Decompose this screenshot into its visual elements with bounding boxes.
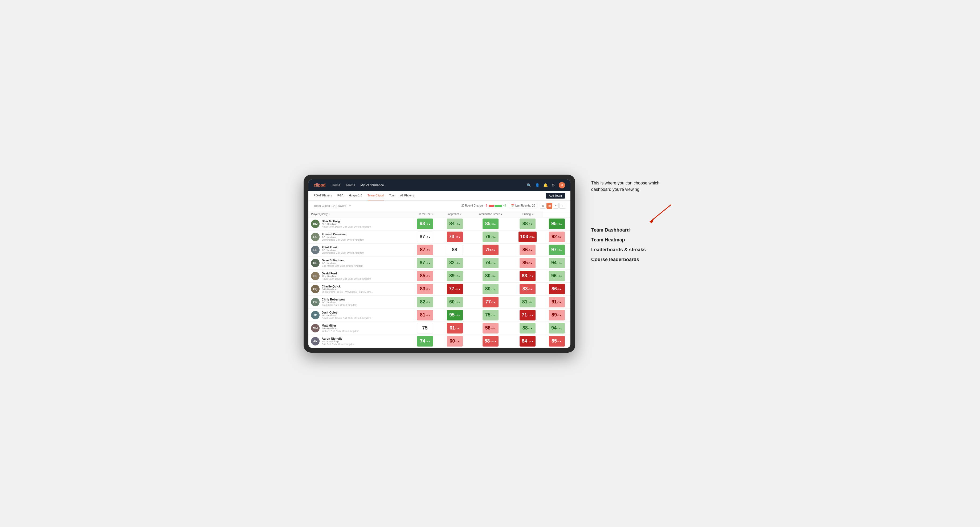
player-handicap: 1-5 Handicap	[322, 301, 357, 304]
player-club: Royal North Devon Golf Club, United King…	[322, 317, 371, 319]
score-box: 94 +1▲	[549, 258, 565, 268]
score-box: 95 +9▲	[549, 219, 565, 229]
tab-all-players[interactable]: All Players	[400, 191, 414, 200]
player-cell[interactable]: DB Dave Billingham 1-5 Handicap Gog Mago…	[309, 256, 410, 269]
player-cell[interactable]: DF David Ford Plus Handicap Royal North …	[309, 269, 410, 283]
score-change: -3▼	[492, 249, 496, 252]
score-box: 87 -3▼	[417, 244, 433, 255]
score-value: 61	[450, 325, 455, 331]
score-value: 91	[552, 299, 557, 305]
player-cell[interactable]: JC Josh Coles 1-5 Handicap Royal North D…	[309, 308, 410, 322]
nav-my-performance[interactable]: My Performance	[360, 183, 384, 187]
tab-hcaps[interactable]: Hcaps 1-5	[349, 191, 362, 200]
score-value: 82	[449, 260, 455, 266]
bell-icon[interactable]: 🔔	[543, 183, 548, 187]
score-value: 74	[420, 338, 425, 344]
score-change: +4▲	[491, 327, 496, 330]
user-avatar[interactable]: U	[559, 182, 565, 189]
player-cell[interactable]: CQ Charlie Quick 6-10 Handicap St. Georg…	[309, 283, 410, 295]
player-handicap: Plus Handicap	[322, 275, 371, 278]
score-value: 75	[485, 312, 490, 318]
player-cell[interactable]: MM Matt Miller 6-10 Handicap Woburn Golf…	[309, 322, 410, 335]
score-around_green: 71 -11▼	[512, 308, 543, 322]
grid-view-icon[interactable]: ⊞	[540, 203, 546, 209]
score-putting: 94 +3▲	[543, 322, 570, 335]
score-box: 103 +15▲	[519, 232, 536, 242]
table-row: EE Elliot Ebert 1-5 Handicap Sunningdale…	[309, 243, 570, 256]
search-icon[interactable]: 🔍	[527, 183, 531, 187]
team-name: Team Clippd | 14 Players	[314, 204, 346, 207]
score-approach: 80 +1▲	[469, 283, 512, 295]
player-name: Elliot Ebert	[322, 246, 364, 249]
score-putting: 86 -8▼	[543, 283, 570, 295]
score-value: 73	[449, 234, 454, 240]
player-cell[interactable]: EE Elliot Ebert 1-5 Handicap Sunningdale…	[309, 243, 410, 256]
player-info: Edward Crossman 1-5 Handicap Sunningdale…	[322, 233, 364, 241]
player-cell[interactable]: BM Blair McHarg Plus Handicap Royal Nort…	[309, 217, 410, 230]
score-box: 85 -4▼	[549, 336, 565, 346]
score-box: 75	[417, 323, 433, 333]
score-value: 83	[522, 286, 528, 292]
score-change: -3▼	[455, 327, 460, 330]
score-value: 74	[485, 260, 490, 266]
player-handicap: 6-10 Handicap	[322, 288, 372, 290]
settings-icon[interactable]: ⚙	[552, 183, 555, 187]
col-around-green: Around the Green ▾	[469, 211, 512, 217]
score-change: +8▲	[455, 314, 460, 317]
dashboard-item-1[interactable]: Team Heatmap	[591, 237, 676, 243]
player-handicap: 11-15 Handicap	[322, 340, 355, 343]
score-off_tee: 89 +7▲	[441, 269, 469, 283]
score-around_green: 85 -3▼	[512, 256, 543, 269]
heat-view-icon[interactable]: ≡	[553, 203, 559, 209]
nav-teams[interactable]: Teams	[346, 183, 355, 187]
score-box: 88 -1▼	[520, 219, 536, 229]
player-name: Matt Miller	[322, 324, 359, 327]
last-rounds-value: 20	[532, 204, 535, 207]
score-change: -3▼	[426, 288, 430, 290]
people-icon[interactable]: 👤	[535, 183, 539, 187]
score-value: 87	[420, 234, 425, 240]
score-approach: 79 +9▲	[469, 230, 512, 243]
player-cell[interactable]: EC Edward Crossman 1-5 Handicap Sunningd…	[309, 230, 410, 243]
tab-pga[interactable]: PGA	[337, 191, 344, 200]
score-putting: 96 +3▲	[543, 269, 570, 283]
score-approach: 58 +10▲	[469, 335, 512, 348]
score-value: 89	[449, 273, 455, 279]
score-box: 77 -14▼	[447, 284, 463, 294]
score-value: 60	[450, 338, 455, 344]
nav-home[interactable]: Home	[332, 183, 340, 187]
edit-icon[interactable]: ✏	[349, 204, 351, 207]
tab-team-clippd[interactable]: Team Clippd	[368, 191, 384, 200]
player-handicap: 1-5 Handicap	[322, 262, 363, 265]
score-around_green: 83 -10▼	[512, 269, 543, 283]
score-around_green: 86 -6▼	[512, 243, 543, 256]
table-view-icon[interactable]: ▦	[546, 203, 552, 209]
dashboard-item-2[interactable]: Leaderboards & streaks	[591, 247, 676, 252]
score-value: 94	[551, 325, 557, 331]
round-change-label: 20 Round Change -5 +5	[461, 204, 506, 207]
score-change: +4▲	[426, 262, 431, 265]
player-name: Edward Crossman	[322, 233, 364, 236]
tab-pgat-players[interactable]: PGAT Players	[314, 191, 332, 200]
score-off_tee: 77 -14▼	[441, 283, 469, 295]
table-row: MM Matt Miller 6-10 Handicap Woburn Golf…	[309, 322, 570, 335]
player-cell[interactable]: AN Aaron Nicholls 11-15 Handicap Drift G…	[309, 335, 410, 348]
tab-tour[interactable]: Tour	[389, 191, 395, 200]
score-value: 80	[485, 286, 490, 292]
score-change: +9▲	[557, 223, 562, 225]
score-change: -3▼	[426, 301, 430, 304]
dashboard-item-3[interactable]: Course leaderboards	[591, 257, 676, 262]
filter-icon[interactable]: ↕	[559, 203, 565, 209]
player-info: Charlie Quick 6-10 Handicap St. George's…	[322, 285, 372, 293]
score-putting: 92 -3▼	[543, 230, 570, 243]
red-arrow-svg	[644, 203, 676, 225]
dashboard-item-0[interactable]: Team Dashboard	[591, 227, 676, 233]
last-rounds-button[interactable]: 📅 Last Rounds: 20	[509, 203, 538, 208]
player-cell[interactable]: CR Chris Robertson 1-5 Handicap Craigmil…	[309, 295, 410, 308]
score-value: 96	[551, 273, 557, 279]
player-club: Royal North Devon Golf Club, United King…	[322, 225, 371, 228]
table-row: EC Edward Crossman 1-5 Handicap Sunningd…	[309, 230, 570, 243]
player-info: Chris Robertson 1-5 Handicap Craigmillar…	[322, 298, 357, 306]
player-club: Royal North Devon Golf Club, United King…	[322, 278, 371, 280]
add-team-button[interactable]: Add Team	[546, 193, 565, 198]
